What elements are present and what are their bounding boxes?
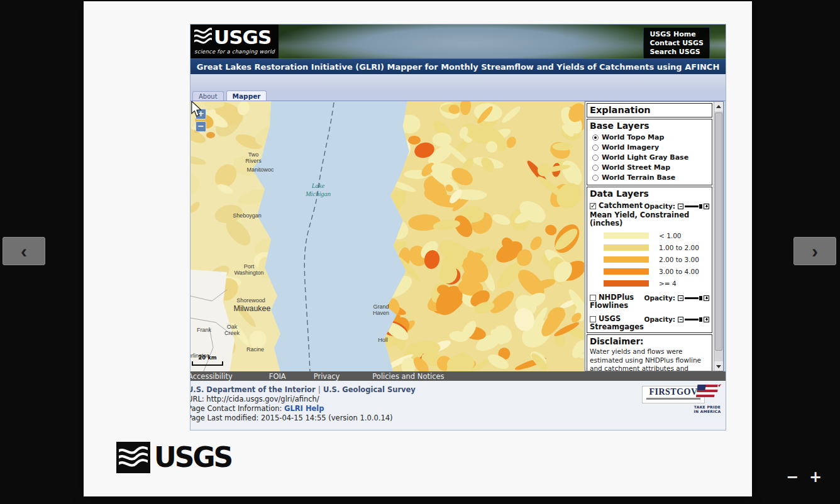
explanation-header: Explanation (587, 103, 712, 118)
legend-swatch (604, 256, 649, 263)
opacity-decrease-icon[interactable] (678, 204, 683, 209)
viewer-zoom-in-button[interactable]: + (805, 468, 826, 486)
map-label-racine: Racine (246, 346, 264, 353)
catchment-layer-row: Catchment Opacity: (590, 202, 709, 210)
radio-world-terrain-base[interactable]: World Terrain Base (592, 173, 709, 182)
explanation-panel: Explanation Base Layers World Topo Map W… (585, 101, 724, 371)
presentation-viewer: ‹ › − + USGS science for a changing worl… (0, 0, 840, 504)
catchment-checkbox[interactable] (590, 203, 596, 209)
usgs-header-logo[interactable]: USGS science for a changing world (191, 25, 279, 58)
legend-title: Mean Yield, Constrained(inches) (590, 211, 709, 227)
legend-swatch (604, 233, 649, 239)
usgs-waves-icon (194, 26, 212, 48)
disclaimer-section: Disclaimer: Water yields and flows were … (587, 334, 712, 371)
usgs-header-banner: USGS science for a changing world USGS H… (191, 25, 726, 58)
link-search-usgs[interactable]: Search USGS (649, 48, 704, 57)
link-glri-help[interactable]: GLRI Help (284, 404, 324, 413)
mouse-cursor-icon (191, 101, 202, 118)
page-footer: U.S. Department of the Interior|U.S. Geo… (191, 381, 726, 430)
scrollbar-up-icon[interactable] (714, 102, 723, 111)
footer-link-bar: Accessibility FOIA Privacy Policies and … (191, 371, 726, 381)
previous-slide-button[interactable]: ‹ (3, 237, 45, 265)
streamgages-checkbox[interactable] (590, 316, 596, 322)
link-usgs[interactable]: U.S. Geological Survey (323, 385, 416, 394)
contact-line: Page Contact Information: GLRI Help (191, 404, 726, 414)
take-pride-america-logo[interactable]: TAKE PRIDEIN AMERICA (691, 383, 724, 414)
opacity-increase-icon[interactable] (704, 295, 709, 301)
opacity-decrease-icon[interactable] (678, 317, 683, 322)
legend-row: 3.00 to 4.00 (604, 268, 709, 275)
radio-world-street-map[interactable]: World Street Map (592, 163, 709, 172)
map-scale-bar: 20 km (192, 355, 223, 366)
opacity-track[interactable] (685, 205, 699, 207)
streamgages-opacity-slider: Opacity: (644, 315, 709, 323)
opacity-increase-icon[interactable] (704, 204, 709, 209)
link-accessibility[interactable]: Accessibility (191, 372, 233, 381)
usgs-tagline: science for a changing world (194, 48, 275, 55)
radio-icon[interactable] (592, 155, 599, 161)
map-label-two-rivers: TwoRivers (245, 151, 262, 164)
link-dept-interior[interactable]: U.S. Department of the Interior (191, 385, 316, 394)
legend-row: < 1.00 (604, 232, 709, 239)
link-contact-usgs[interactable]: Contact USGS (649, 39, 704, 48)
opacity-thumb[interactable] (699, 204, 702, 209)
nhdplus-checkbox[interactable] (590, 295, 596, 301)
viewer-zoom-out-button[interactable]: − (782, 468, 802, 486)
legend-row: >= 4 (604, 280, 709, 287)
map-label-oak-creek: OakCreek (224, 324, 240, 336)
header-gap-band (191, 74, 726, 90)
link-foia[interactable]: FOIA (269, 372, 286, 381)
opacity-thumb[interactable] (699, 317, 702, 322)
base-layers-section: Base Layers World Topo Map World Imagery… (587, 119, 712, 185)
nhdplus-opacity-slider: Opacity: (644, 294, 709, 302)
radio-world-imagery[interactable]: World Imagery (592, 143, 709, 151)
main-content: TwoRivers Manitowoc LakeMichigan Sheboyg… (191, 101, 726, 371)
map-label-lake-michigan: LakeMichigan (306, 182, 331, 198)
radio-icon[interactable] (592, 145, 599, 151)
map-label-franklin: Frank (197, 327, 211, 333)
link-usgs-home[interactable]: USGS Home (649, 30, 704, 39)
panel-scrollbar (714, 102, 723, 371)
radio-world-light-gray-base[interactable]: World Light Gray Base (592, 153, 709, 162)
map-graphic (191, 101, 584, 371)
catchment-opacity-slider: Opacity: (644, 202, 709, 210)
tab-mapper[interactable]: Mapper (226, 90, 267, 101)
opacity-thumb[interactable] (699, 296, 702, 300)
radio-icon[interactable] (592, 134, 599, 141)
opacity-track[interactable] (685, 319, 699, 320)
legend-row: 2.00 to 3.00 (604, 256, 709, 263)
tab-bar: About Mapper (191, 90, 726, 101)
link-policies[interactable]: Policies and Notices (372, 372, 444, 381)
radio-icon[interactable] (592, 165, 599, 171)
slide-usgs-logo: USGS (116, 441, 231, 473)
map-canvas[interactable]: TwoRivers Manitowoc LakeMichigan Sheboyg… (191, 101, 584, 371)
header-links-box: USGS Home Contact USGS Search USGS (643, 27, 710, 58)
opacity-decrease-icon[interactable] (678, 295, 683, 301)
streamgages-layer-row: USGS Streamgages Opacity: (590, 315, 709, 331)
next-slide-button[interactable]: › (793, 237, 836, 265)
page-title: Great Lakes Restoration Initiative (GLRI… (191, 58, 726, 74)
link-privacy[interactable]: Privacy (314, 372, 340, 381)
scrollbar-thumb[interactable] (715, 112, 722, 351)
map-label-manitowoc: Manitowoc (246, 167, 274, 173)
nhdplus-layer-row: NHDPlus Flowlines Opacity: (590, 293, 709, 310)
us-flag-map-icon (693, 383, 722, 402)
scrollbar-down-icon[interactable] (714, 361, 723, 371)
opacity-increase-icon[interactable] (704, 317, 709, 322)
data-layers-section: Data Layers Catchment Opacity: (587, 187, 712, 333)
chevron-right-icon: › (812, 242, 818, 261)
opacity-track[interactable] (685, 297, 699, 299)
usgs-wordmark: USGS (214, 27, 271, 47)
map-label-port-washington: PortWashington (234, 263, 263, 276)
tab-about[interactable]: About (192, 91, 224, 101)
map-zoom-out-button[interactable]: − (196, 121, 206, 132)
map-label-shorewood: Shorewood (236, 297, 265, 304)
map-label-sheboygan: Sheboygan (233, 212, 262, 219)
usgs-wordmark: USGS (154, 441, 231, 473)
modified-line: Page Last modified: 2015-04-15 14:55 (ve… (191, 414, 726, 423)
slide: USGS science for a changing world USGS H… (84, 1, 752, 496)
map-label-milwaukee: Milwaukee (233, 305, 270, 313)
radio-icon[interactable] (592, 175, 599, 181)
radio-world-topo-map[interactable]: World Topo Map (592, 133, 709, 141)
browser-screenshot: USGS science for a changing world USGS H… (190, 24, 726, 430)
